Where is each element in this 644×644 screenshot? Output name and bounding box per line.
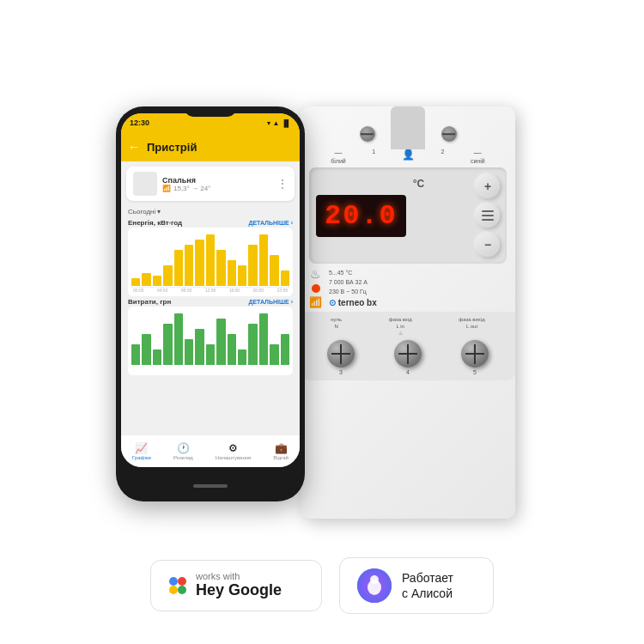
bar bbox=[174, 250, 183, 286]
phone-header: ← Пристрій bbox=[121, 132, 300, 161]
bar bbox=[238, 349, 246, 365]
hey-google-label: Hey Google bbox=[196, 581, 282, 600]
bar bbox=[259, 234, 268, 286]
energy-axis: 00:00 04:00 08:00 12:00 16:00 20:00 23:5… bbox=[131, 288, 289, 293]
wire-num1: 1 bbox=[372, 149, 375, 164]
phone-content: Спальня 📶 15,3° → 24° ⋮ Сьогодні ▾ bbox=[121, 161, 300, 434]
menu-button[interactable] bbox=[476, 204, 500, 228]
nav-item-settings[interactable]: ⚙ Налаштування bbox=[216, 442, 251, 460]
brand-icon: ⊙ bbox=[329, 298, 338, 307]
terminal-screws-row bbox=[307, 340, 508, 368]
back-button[interactable]: ← bbox=[128, 140, 140, 154]
phone-screen: 12:30 ▾ ▲ ▐▌ ← Пристрій bbox=[121, 113, 300, 467]
thermostat-display-area: 20.0 °C + − bbox=[309, 167, 507, 264]
thermostat-middle-section: ♨ 📶 5...45 °C 7 000 ВА 32 А 230 В ~ 50 Г… bbox=[301, 267, 515, 308]
phone-outer: 12:30 ▾ ▲ ▐▌ ← Пристрій bbox=[116, 106, 305, 501]
bar bbox=[153, 349, 161, 365]
alice-badge-text: Работает с Алисой bbox=[402, 570, 453, 601]
minus-button[interactable]: − bbox=[476, 233, 500, 257]
plus-button[interactable]: + bbox=[476, 174, 500, 198]
bottom-nav: 📈 Графіки 🕐 Розклад ⚙ Налаштування � bbox=[121, 434, 300, 467]
device-card[interactable]: Спальня 📶 15,3° → 24° ⋮ bbox=[126, 167, 295, 201]
device-icon bbox=[133, 172, 157, 196]
menu-lines-icon bbox=[482, 210, 494, 221]
spec-voltage: 230 В ~ 50 Гц bbox=[329, 287, 377, 296]
energy-section-label: Енергія, кВт·год ДЕТАЛЬНІШЕ › bbox=[121, 217, 300, 228]
bar bbox=[216, 250, 225, 286]
status-time: 12:30 bbox=[130, 118, 149, 127]
bar bbox=[281, 270, 289, 286]
energy-label: Енергія, кВт·год bbox=[128, 219, 182, 227]
nav-item-charts[interactable]: 📈 Графіки bbox=[132, 442, 151, 460]
app-title: Пристрій bbox=[147, 141, 197, 154]
costs-label: Витрати, грн bbox=[128, 298, 171, 306]
bar bbox=[174, 313, 183, 365]
bar bbox=[195, 240, 204, 286]
terminal-screw-3 bbox=[327, 340, 355, 368]
wire-blue-label: синій bbox=[471, 158, 485, 164]
bar bbox=[131, 278, 140, 286]
log-icon: 💼 bbox=[275, 442, 288, 454]
svg-point-2 bbox=[169, 586, 178, 594]
nav-item-log[interactable]: 💼 Відгай bbox=[273, 442, 289, 460]
alice-icon bbox=[357, 568, 392, 603]
alice-text-line2: с Алисой bbox=[402, 586, 453, 601]
bar bbox=[131, 344, 140, 365]
chart-separator bbox=[131, 287, 289, 288]
svg-point-0 bbox=[169, 577, 178, 586]
terminal-num-4: 4 bbox=[406, 369, 410, 375]
alice-badge: Работает с Алисой bbox=[339, 557, 494, 614]
schedule-icon: 🕐 bbox=[177, 442, 190, 454]
screw-right bbox=[441, 126, 457, 142]
nav-item-schedule[interactable]: 🕐 Розклад bbox=[173, 442, 193, 460]
bar bbox=[259, 313, 268, 365]
bar bbox=[163, 324, 172, 365]
bar bbox=[228, 260, 236, 286]
wifi-icon: 📶 bbox=[162, 185, 171, 192]
device-info: Спальня 📶 15,3° → 24° bbox=[162, 176, 272, 192]
terminal-labels: нуль N фаза вхід L in ♨ фаза вихід L out bbox=[307, 317, 508, 337]
bar bbox=[206, 344, 215, 365]
filter-row[interactable]: Сьогодні ▾ bbox=[121, 206, 300, 217]
alice-text-line1: Работает bbox=[402, 570, 453, 586]
terminal-numbers: 3 4 5 bbox=[307, 369, 508, 375]
alice-logo-svg bbox=[357, 568, 392, 603]
wire-num2: 2 bbox=[440, 149, 444, 164]
status-icons-col: ♨ 📶 bbox=[309, 267, 322, 308]
brand-name: ⊙ terneo bx bbox=[329, 298, 377, 307]
terminal-screw-5 bbox=[461, 340, 489, 368]
costs-chart bbox=[128, 307, 293, 375]
settings-icon: ⚙ bbox=[228, 442, 238, 454]
terminal-num-3: 3 bbox=[339, 369, 343, 375]
screw-left bbox=[360, 126, 375, 142]
heat-icon: ♨ bbox=[310, 267, 321, 281]
costs-detail-link[interactable]: ДЕТАЛЬНІШЕ › bbox=[248, 299, 293, 305]
badges-section: works with Hey Google bbox=[17, 544, 627, 627]
phone-wrapper: 12:30 ▾ ▲ ▐▌ ← Пристрій bbox=[116, 106, 305, 519]
device-menu-button[interactable]: ⋮ bbox=[277, 178, 288, 190]
terminal-phase-in: фаза вхід L in ♨ bbox=[389, 317, 412, 337]
bar bbox=[248, 245, 257, 286]
bar bbox=[270, 344, 278, 365]
costs-bars bbox=[131, 313, 289, 365]
bar bbox=[185, 245, 193, 286]
device-status: 📶 15,3° → 24° bbox=[162, 185, 272, 192]
specs-area: 5...45 °C 7 000 ВА 32 А 230 В ~ 50 Гц ⊙ … bbox=[329, 268, 377, 308]
energy-bars bbox=[131, 234, 289, 286]
svg-point-6 bbox=[370, 575, 379, 584]
wire-blue: — синій bbox=[471, 149, 485, 164]
bar bbox=[216, 319, 225, 365]
nav-label-schedule: Розклад bbox=[173, 455, 193, 460]
wire-white-label: білий bbox=[331, 158, 345, 164]
bar bbox=[142, 273, 150, 286]
nav-label-settings: Налаштування bbox=[216, 455, 251, 460]
phone-home-bar bbox=[193, 484, 228, 488]
energy-detail-link[interactable]: ДЕТАЛЬНІШЕ › bbox=[248, 220, 293, 226]
thermostat-bottom-section: нуль N фаза вхід L in ♨ фаза вихід L out bbox=[301, 312, 515, 380]
celsius-label: °C bbox=[413, 178, 424, 190]
wire-person: 👤 bbox=[402, 149, 415, 164]
google-logo-svg bbox=[168, 576, 187, 595]
wifi-icon: 📶 bbox=[309, 296, 322, 308]
bar bbox=[281, 334, 289, 365]
bar bbox=[228, 334, 236, 365]
